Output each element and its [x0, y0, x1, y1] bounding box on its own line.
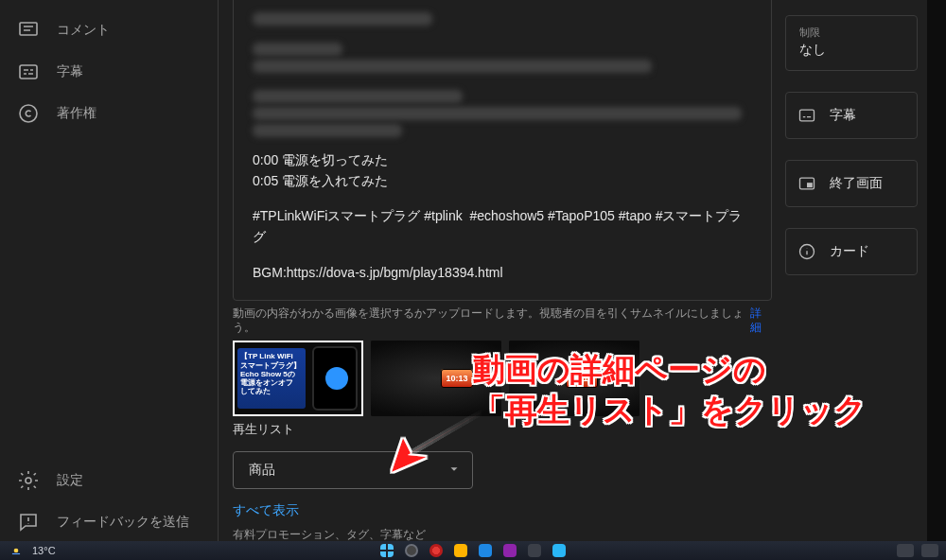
- thumbnail-help-link[interactable]: 詳細: [750, 306, 772, 335]
- subtitles-row[interactable]: 字幕: [785, 92, 918, 139]
- thumbnail-option-1[interactable]: 【TP Link WiFi スマートプラグ】 Echo Show 5の 電源をオ…: [233, 341, 363, 416]
- phone-icon: [312, 346, 358, 411]
- comment-icon: [17, 19, 40, 42]
- windows-taskbar[interactable]: 13°C: [0, 541, 946, 560]
- svg-rect-6: [807, 183, 813, 187]
- thumbnail-help: 動画の内容がわかる画像を選択するかアップロードします。視聴者の目を引くサムネイル…: [233, 306, 772, 335]
- sidebar-item-label: 著作権: [57, 105, 96, 122]
- sidebar-item-label: フィードバックを送信: [57, 514, 189, 531]
- taskbar-tray[interactable]: [897, 544, 938, 557]
- taskbar-temperature: 13°C: [32, 545, 56, 556]
- svg-rect-0: [20, 23, 37, 35]
- svg-rect-1: [20, 65, 37, 79]
- thumb1-card-text: 【TP Link WiFi スマートプラグ】 Echo Show 5の 電源をオ…: [237, 348, 306, 409]
- row-label: カード: [830, 243, 869, 260]
- right-sidebar: 制限 なし 字幕 終了画面 カード: [785, 0, 946, 560]
- feedback-icon: [17, 511, 40, 534]
- show-all-link[interactable]: すべて表示: [233, 500, 299, 521]
- thumbnail-row: 【TP Link WiFi スマートプラグ】 Echo Show 5の 電源をオ…: [233, 341, 785, 416]
- thumbnail-option-2[interactable]: 10:13: [371, 341, 501, 416]
- svg-rect-4: [800, 110, 815, 121]
- sidebar-item-comments[interactable]: コメント: [0, 9, 208, 51]
- subtitles-icon: [17, 61, 40, 83]
- restrictions-value: なし: [799, 42, 903, 59]
- badge-icon: 10:13: [441, 369, 473, 388]
- endscreen-row[interactable]: 終了画面: [785, 160, 918, 207]
- description-chapters: 0:00 電源を切ってみた 0:05 電源を入れてみた: [253, 150, 752, 191]
- svg-point-2: [20, 105, 37, 122]
- badge-icon: 10:13: [566, 369, 598, 388]
- sidebar-item-copyright[interactable]: 著作権: [0, 93, 208, 134]
- playlist-section-label: 再生リスト: [233, 422, 785, 438]
- subtitles-icon: [797, 106, 816, 125]
- taskbar-app-icon[interactable]: [503, 544, 517, 557]
- taskbar-app-icon[interactable]: [479, 544, 492, 557]
- description-bgm: BGM:https://dova-s.jp/bgm/play18394.html: [253, 263, 752, 284]
- main-panel: 0:00 電源を切ってみた 0:05 電源を入れてみた #TPLinkWiFiス…: [208, 0, 785, 560]
- app-root: コメント 字幕 著作権 設定 フィードバックを送信: [0, 0, 946, 560]
- sidebar-item-settings[interactable]: 設定: [0, 460, 208, 501]
- playlist-dropdown[interactable]: 商品: [233, 451, 473, 489]
- thumbnail-option-3[interactable]: 10:13: [509, 341, 639, 416]
- svg-point-8: [14, 549, 19, 553]
- copyright-icon: [17, 102, 40, 125]
- weather-icon: [9, 544, 23, 557]
- svg-point-3: [26, 478, 31, 483]
- gear-icon: [17, 469, 40, 492]
- description-textarea[interactable]: 0:00 電源を切ってみた 0:05 電源を入れてみた #TPLinkWiFiス…: [233, 0, 772, 301]
- cards-row[interactable]: カード: [785, 228, 918, 275]
- taskbar-app-icon[interactable]: [429, 544, 443, 557]
- taskbar-app-icon[interactable]: [552, 544, 566, 557]
- chevron-down-icon: [447, 463, 461, 479]
- taskbar-app-icon[interactable]: [405, 544, 418, 557]
- restrictions-box[interactable]: 制限 なし: [785, 15, 918, 71]
- start-button[interactable]: [380, 544, 394, 557]
- scrollbar[interactable]: [927, 0, 946, 541]
- taskbar-app-icon[interactable]: [454, 544, 467, 557]
- info-icon: [797, 242, 816, 261]
- sidebar-item-subtitles[interactable]: 字幕: [0, 51, 208, 93]
- row-label: 字幕: [830, 107, 856, 124]
- sidebar-item-label: 字幕: [57, 63, 83, 80]
- sidebar-item-label: コメント: [57, 22, 110, 39]
- taskbar-app-icon[interactable]: [528, 544, 541, 557]
- playlist-selected-value: 商品: [249, 462, 275, 479]
- sidebar-item-label: 設定: [57, 472, 83, 489]
- row-label: 終了画面: [830, 175, 883, 192]
- description-hashtags: #TPLinkWiFiスマートプラグ #tplink #echoshow5 #T…: [253, 206, 752, 247]
- endscreen-icon: [797, 174, 816, 193]
- left-sidebar: コメント 字幕 著作権 設定 フィードバックを送信: [0, 0, 208, 560]
- thumbnail-help-text: 動画の内容がわかる画像を選択するかアップロードします。視聴者の目を引くサムネイル…: [233, 306, 745, 335]
- restrictions-label: 制限: [799, 26, 903, 40]
- taskbar-center: [380, 544, 566, 557]
